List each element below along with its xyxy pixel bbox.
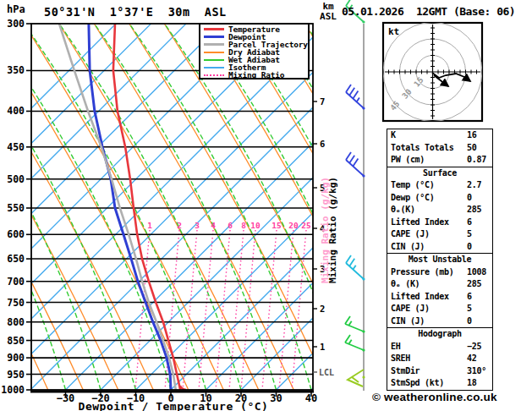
- legend-item: Mixing Ratio: [200, 71, 308, 79]
- stats-value: 42: [467, 353, 476, 365]
- stats-label: Totals Totals: [391, 143, 453, 152]
- mixing-ratio-value-label: 4: [211, 221, 216, 230]
- station-title: 50°31'N 1°37'E 30m ASL: [44, 5, 227, 19]
- hodograph: 153045kt: [383, 23, 482, 122]
- stats-section-surface: SurfaceTemp (°C)2.7Dewp (°C)0θₑ(K)285Lif…: [387, 167, 492, 254]
- stats-section-most-unstable: Most UnstablePressure (mb)1008θₑ (K)285L…: [387, 253, 492, 327]
- altitude-unit-asl: ASL: [314, 12, 343, 22]
- pressure-tick-label: 750: [7, 297, 25, 309]
- stats-label: EH: [391, 342, 400, 351]
- copyright: © weatheronline.co.uk: [372, 391, 497, 403]
- stats-row: Lifted Index6: [387, 291, 492, 304]
- stats-value: 6: [467, 291, 472, 304]
- wind-barb: [346, 85, 365, 110]
- stats-value: 310°: [467, 365, 486, 378]
- mixing-ratio-value-label: 6: [228, 221, 233, 230]
- legend-line-sample: [204, 67, 224, 68]
- stats-value: 5: [467, 303, 472, 315]
- x-axis-title: Dewpoint / Temperature (°C): [51, 400, 296, 411]
- stats-row: Dewp (°C)0: [387, 192, 492, 205]
- wind-barb: [346, 255, 365, 281]
- km-tick-label: 6: [320, 139, 325, 149]
- stats-row: θₑ(K)285: [387, 204, 492, 216]
- pressure-tick-label: 650: [7, 253, 25, 265]
- mixing-ratio-value-label: 2: [177, 221, 182, 230]
- pressure-tick-label: 500: [7, 173, 25, 185]
- legend-line-sample: [204, 43, 224, 46]
- mixing-ratio-value-label: 3: [195, 221, 200, 230]
- stats-label: Pressure (mb): [391, 267, 453, 277]
- km-tick-label: 1: [320, 342, 325, 352]
- chart-legend: TemperatureDewpointParcel TrajectoryDry …: [199, 23, 310, 79]
- mixing-ratio-value-label: 1: [147, 221, 152, 230]
- temp-tick-label: 40: [305, 392, 317, 404]
- stats-value: 1008: [467, 266, 486, 279]
- stats-label: CAPE (J): [391, 304, 430, 313]
- pressure-tick-label: 550: [7, 202, 25, 214]
- stats-label: Temp (°C): [391, 180, 435, 189]
- stats-value: 285: [467, 204, 481, 216]
- lcl-label: LCL: [319, 368, 334, 377]
- pressure-tick-label: 400: [7, 105, 25, 117]
- stats-row: θₑ (K)285: [387, 278, 492, 291]
- stats-label: CIN (J): [391, 242, 425, 251]
- run-datetime: 05.01.2026 12GMT (Base: 06): [342, 5, 515, 18]
- legend-item-label: Mixing Ratio: [228, 70, 284, 79]
- pressure-tick-label: 850: [7, 335, 25, 347]
- stats-row: SREH42: [387, 353, 492, 365]
- stats-value: 0: [467, 192, 472, 205]
- stats-value: 0: [467, 241, 472, 254]
- stats-label: CAPE (J): [391, 229, 430, 238]
- wind-barb: [348, 370, 365, 386]
- stats-label: Lifted Index: [391, 217, 449, 227]
- pressure-tick-label: 900: [7, 352, 25, 364]
- stats-label: θₑ(K): [391, 205, 415, 214]
- stats-row: K16: [387, 129, 492, 142]
- stats-section-header: Hodograph: [387, 328, 492, 341]
- stats-row: CIN (J)0: [387, 315, 492, 328]
- stats-label: K: [391, 130, 396, 140]
- stats-row: Totals Totals50: [387, 142, 492, 155]
- wind-barb: [345, 316, 365, 333]
- stats-row: EH−25: [387, 341, 492, 353]
- stats-label: Dewp (°C): [391, 193, 435, 202]
- legend-line-sample: [204, 59, 224, 61]
- stats-row: Pressure (mb)1008: [387, 266, 492, 279]
- stats-value: 5: [467, 228, 472, 241]
- stats-section-hodograph: HodographEH−25SREH42StmDir310°StmSpd (kt…: [387, 327, 492, 390]
- sounding-app: 1234681015202530035040045050055060065070…: [0, 0, 532, 411]
- km-tick-label: 7: [320, 96, 325, 107]
- stats-panel: K16Totals Totals50PW (cm)0.87SurfaceTemp…: [387, 129, 493, 391]
- stats-value: 2.7: [467, 179, 481, 192]
- pressure-axis-unit: hPa: [7, 3, 25, 15]
- stats-row: CAPE (J)5: [387, 303, 492, 315]
- hodograph-unit-label: kt: [388, 26, 399, 37]
- stats-value: 0: [467, 315, 472, 328]
- pressure-tick-label: 700: [7, 276, 25, 288]
- stats-row: StmDir310°: [387, 365, 492, 378]
- pressure-tick-label: 300: [7, 18, 25, 30]
- mixing-axis-label: Mixing Ratio (g/kg): [327, 177, 338, 283]
- pressure-tick-label: 1000: [1, 384, 25, 396]
- stats-row: CIN (J)0: [387, 241, 492, 254]
- series-dewpoint: [89, 24, 171, 390]
- legend-line-sample: [204, 74, 224, 76]
- mixing-ratio-value-label: 15: [271, 221, 282, 230]
- mixing-ratio-value-label: 25: [301, 221, 311, 230]
- stats-row: Lifted Index6: [387, 216, 492, 229]
- stats-section-header: Most Unstable: [387, 254, 492, 266]
- stats-value: 50: [467, 142, 476, 155]
- stats-label: CIN (J): [391, 316, 425, 326]
- stats-label: Lifted Index: [391, 292, 449, 301]
- stats-section: K16Totals Totals50PW (cm)0.87: [387, 129, 492, 167]
- stats-value: 18: [467, 377, 476, 390]
- mixing-ratio-value-label: 20: [288, 221, 299, 230]
- stats-section-header: Surface: [387, 167, 492, 180]
- pressure-tick-label: 600: [7, 228, 25, 240]
- stats-label: PW (cm): [391, 155, 425, 164]
- series-temperature: [113, 24, 180, 390]
- stats-label: StmDir: [391, 366, 420, 375]
- stats-label: θₑ (K): [391, 279, 420, 288]
- stats-row: CAPE (J)5: [387, 228, 492, 241]
- legend-line-sample: [204, 52, 224, 53]
